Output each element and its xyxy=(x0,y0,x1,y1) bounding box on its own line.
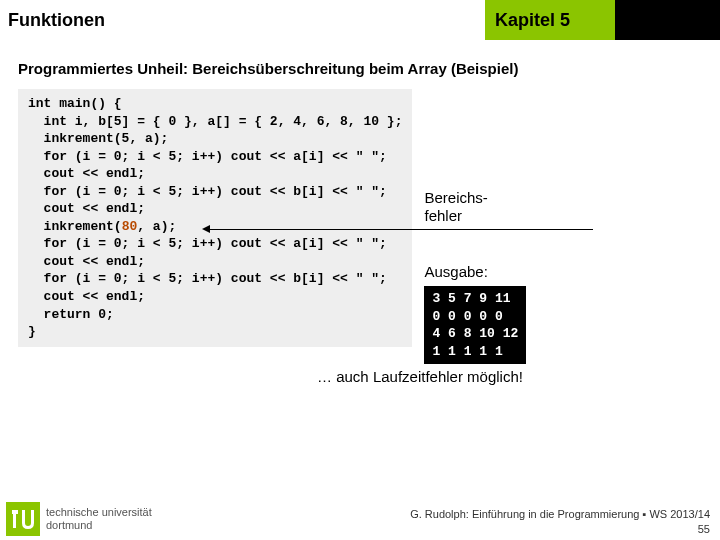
bereichsfehler-line2: fehler xyxy=(424,207,462,224)
code-line: for (i = 0; i < 5; i++) cout << b[i] << … xyxy=(28,184,387,199)
code-line: cout << endl; xyxy=(28,254,145,269)
content-area: Programmiertes Unheil: Bereichsüberschre… xyxy=(0,40,720,393)
code-line: cout << endl; xyxy=(28,201,145,216)
output-box: 3 5 7 9 11 0 0 0 0 0 4 6 8 10 12 1 1 1 1… xyxy=(424,286,526,364)
ausgabe-label: Ausgabe: xyxy=(424,263,526,280)
output-line: 1 1 1 1 1 xyxy=(432,344,502,359)
code-line: int main() { xyxy=(28,96,122,111)
tu-logo-icon xyxy=(6,502,40,536)
output-line: 4 6 8 10 12 xyxy=(432,326,518,341)
code-line: return 0; xyxy=(28,307,114,322)
slide-subtitle: Programmiertes Unheil: Bereichsüberschre… xyxy=(18,60,702,77)
runtime-warning: … auch Laufzeitfehler möglich! xyxy=(18,368,702,385)
logo-text-l1: technische universität xyxy=(46,506,152,518)
code-line: , a); xyxy=(137,219,176,234)
code-line: for (i = 0; i < 5; i++) cout << b[i] << … xyxy=(28,271,387,286)
output-line: 3 5 7 9 11 xyxy=(432,291,510,306)
header-left: Funktionen xyxy=(0,0,485,40)
code-line: cout << endl; xyxy=(28,289,145,304)
header-bar: Funktionen Kapitel 5 xyxy=(0,0,720,40)
code-block: int main() { int i, b[5] = { 0 }, a[] = … xyxy=(18,89,412,347)
logo-text: technische universität dortmund xyxy=(46,506,152,531)
header-title-left: Funktionen xyxy=(8,10,105,31)
bereichsfehler-label: Bereichs- fehler xyxy=(424,189,526,225)
code-line: inkrement(5, a); xyxy=(28,131,168,146)
arrow-line xyxy=(208,229,593,230)
code-highlight-80: 80 xyxy=(122,219,138,234)
footer-credit-line: G. Rudolph: Einführung in die Programmie… xyxy=(410,508,710,520)
code-line: } xyxy=(28,324,36,339)
arrow-head-icon xyxy=(202,225,210,233)
output-line: 0 0 0 0 0 xyxy=(432,309,502,324)
two-column-layout: int main() { int i, b[5] = { 0 }, a[] = … xyxy=(18,89,702,364)
side-column: Bereichs- fehler Ausgabe: 3 5 7 9 11 0 0… xyxy=(424,89,526,364)
code-line: inkrement( xyxy=(28,219,122,234)
code-line: for (i = 0; i < 5; i++) cout << a[i] << … xyxy=(28,236,387,251)
footer-credit: G. Rudolph: Einführung in die Programmie… xyxy=(410,507,710,536)
header-right: Kapitel 5 xyxy=(485,0,615,40)
footer-logo-group: technische universität dortmund xyxy=(6,502,152,536)
code-line: int i, b[5] = { 0 }, a[] = { 2, 4, 6, 8,… xyxy=(28,114,402,129)
header-title-right: Kapitel 5 xyxy=(495,10,570,31)
code-line: cout << endl; xyxy=(28,166,145,181)
logo-text-l2: dortmund xyxy=(46,519,92,531)
footer-page-number: 55 xyxy=(698,523,710,535)
bereichsfehler-line1: Bereichs- xyxy=(424,189,487,206)
footer: technische universität dortmund G. Rudol… xyxy=(0,494,720,538)
code-line: for (i = 0; i < 5; i++) cout << a[i] << … xyxy=(28,149,387,164)
